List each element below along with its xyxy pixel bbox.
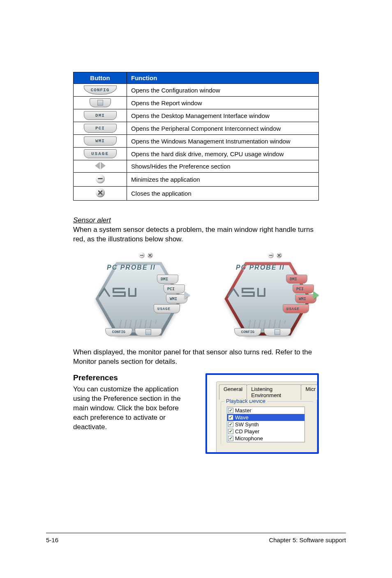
list-item[interactable]: ✔ Wave xyxy=(227,414,304,421)
pci-tab: PCI xyxy=(164,284,185,294)
item-label: Master xyxy=(235,407,251,414)
checkbox-icon[interactable]: ✔ xyxy=(228,429,233,434)
wmi-button-icon: WMI xyxy=(84,136,117,146)
expand-collapse-icon xyxy=(95,162,106,169)
close-icon xyxy=(147,252,153,258)
page-number: 5-16 xyxy=(46,536,58,543)
report-button-icon xyxy=(90,98,111,107)
preferences-heading: Preferences xyxy=(73,373,195,382)
app-brand: PC PROBE II xyxy=(107,264,156,271)
app-brand: PC PROBE II xyxy=(236,264,285,271)
desc: Opens the Windows Management Instrumenta… xyxy=(127,135,319,148)
table-row: Opens the Report window xyxy=(74,97,319,109)
list-item[interactable]: ✔ CD Player xyxy=(227,428,304,435)
table-row: USAGE Opens the hard disk drive, memory,… xyxy=(74,148,319,160)
expand-handle-icon xyxy=(313,291,319,299)
usage-tab: USAGE xyxy=(154,304,180,313)
config-button-icon: CONFIG xyxy=(84,86,117,95)
desc: Shows/Hides the Preference section xyxy=(127,160,319,173)
usage-tab: USAGE xyxy=(283,304,309,313)
expand-handle-icon xyxy=(184,291,190,299)
table-row: CONFIG Opens the Configuration window xyxy=(74,84,319,97)
checkbox-icon[interactable]: ✔ xyxy=(228,415,233,420)
minimize-icon xyxy=(96,174,105,183)
playback-device-group: Playback Device ✔ Master ✔ Wave ✔ SW Syn xyxy=(221,401,314,445)
table-row: Minimizes the application xyxy=(74,173,319,187)
pcprobe-window-normal: PC PROBE II DMI PCI WMI USAGE CONFIG xyxy=(85,252,190,342)
tab-microphone[interactable]: Micr xyxy=(301,384,317,400)
table-header-row: Button Function xyxy=(74,72,319,84)
pci-tab: PCI xyxy=(293,284,314,294)
tab-strip: General Listening Environment Micr xyxy=(219,384,317,400)
col-function: Function xyxy=(127,72,319,84)
close-icon xyxy=(96,188,105,197)
list-item[interactable]: ✔ Master xyxy=(227,407,304,414)
item-label: Wave xyxy=(235,414,249,421)
report-tab xyxy=(264,328,291,336)
desc: Opens the hard disk drive, memory, CPU u… xyxy=(127,148,319,160)
table-row: DMI Opens the Desktop Management Interfa… xyxy=(74,109,319,122)
item-label: CD Player xyxy=(235,428,259,435)
pci-button-icon: PCI xyxy=(84,124,117,133)
desc: Opens the Peripheral Component Interconn… xyxy=(127,122,319,135)
sensor-illustrations: PC PROBE II DMI PCI WMI USAGE CONFIG xyxy=(85,252,319,342)
sensor-alert-heading: Sensor alert xyxy=(73,216,319,224)
report-tab xyxy=(135,328,162,336)
minimize-icon xyxy=(139,252,145,258)
checkbox-icon[interactable]: ✔ xyxy=(228,436,233,441)
dmi-button-icon: DMI xyxy=(84,111,117,120)
tab-general[interactable]: General xyxy=(219,384,247,400)
asus-logo-icon xyxy=(226,284,267,299)
table-row: WMI Opens the Windows Management Instrum… xyxy=(74,135,319,148)
dmi-tab: DMI xyxy=(157,275,178,284)
minimize-icon xyxy=(268,252,274,258)
page-icon xyxy=(97,100,103,106)
item-label: SW Synth xyxy=(235,421,259,428)
list-item[interactable]: ✔ SW Synth xyxy=(227,421,304,428)
playback-device-list[interactable]: ✔ Master ✔ Wave ✔ SW Synth ✔ xyxy=(227,407,305,442)
page-footer: 5-16 Chapter 5: Software support xyxy=(46,533,346,543)
table-row: Shows/Hides the Preference section xyxy=(74,160,319,173)
chapter-title: Chapter 5: Software support xyxy=(269,536,346,543)
sensor-after-text: When displayed, the monitor panel for th… xyxy=(73,348,319,367)
desc: Opens the Report window xyxy=(127,97,319,109)
usage-button-icon: USAGE xyxy=(84,149,117,158)
preferences-window: General Listening Environment Micr Playb… xyxy=(205,373,319,454)
item-label: Microphone xyxy=(235,435,263,442)
config-tab: CONFIG xyxy=(105,328,132,336)
table-row: Closes the application xyxy=(74,187,319,201)
preferences-text: You can customize the application using … xyxy=(73,385,195,432)
desc: Opens the Desktop Management Interface w… xyxy=(127,109,319,122)
triangle-left-icon xyxy=(95,162,100,169)
asus-logo-icon xyxy=(97,284,138,299)
function-table: Button Function CONFIG Opens the Configu… xyxy=(73,72,319,201)
desc: Opens the Configuration window xyxy=(127,84,319,97)
list-item[interactable]: ✔ Microphone xyxy=(227,435,304,442)
col-button: Button xyxy=(74,72,127,84)
sensor-alert-text: When a system sensor detects a problem, … xyxy=(73,225,319,244)
pcprobe-window-alert: PC PROBE II DMI PCI WMI USAGE CONFIG xyxy=(214,252,319,342)
triangle-right-icon xyxy=(101,162,106,169)
desc: Minimizes the application xyxy=(127,173,319,187)
desc: Closes the application xyxy=(127,187,319,201)
close-icon xyxy=(276,252,282,258)
table-row: PCI Opens the Peripheral Component Inter… xyxy=(74,122,319,135)
tab-listening-environment[interactable]: Listening Environment xyxy=(247,384,301,400)
checkbox-icon[interactable]: ✔ xyxy=(228,408,233,413)
checkbox-icon[interactable]: ✔ xyxy=(228,422,233,427)
dmi-tab: DMI xyxy=(286,275,307,284)
config-tab: CONFIG xyxy=(234,328,261,336)
